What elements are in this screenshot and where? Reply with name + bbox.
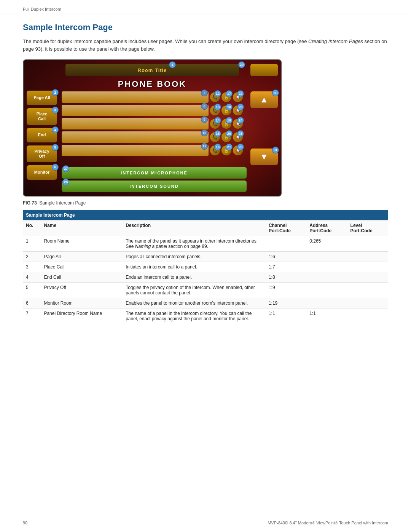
header-text: Full Duplex Intercom	[23, 7, 61, 11]
badge-20: 20	[226, 130, 233, 137]
pb-name-1: 7	[62, 91, 209, 103]
pb-row-1: 7 📞 12 🔒 17 📢 22	[62, 91, 243, 103]
badge-19: 19	[226, 117, 233, 124]
phonebook-grid: 7 📞 12 🔒 17 📢 22	[62, 91, 243, 166]
cell-no: 3	[23, 262, 41, 272]
pb-lock-2[interactable]: 🔒 18	[221, 105, 231, 115]
pb-phone-2[interactable]: 📞 13	[210, 105, 220, 115]
page-header: Full Duplex Intercom	[0, 0, 411, 13]
cell-no: 5	[23, 283, 41, 298]
footer-page-number: 90	[23, 521, 27, 525]
pb-phone-1[interactable]: 📞 12	[210, 92, 220, 102]
end-call-wrapper: 4 End	[27, 128, 57, 142]
col-channel-header: Channel Port:Code	[266, 220, 306, 236]
main-content: Sample Intercom Page The module for dupl…	[0, 13, 411, 355]
col-address-header: Address Port:Code	[306, 220, 347, 236]
room-title-bar: Room Title	[65, 64, 239, 76]
pb-row-4: 10 📞 15 🔒 20 📢 25	[62, 131, 243, 143]
left-buttons: 2 Page All 3 Place Call 4 End	[27, 91, 57, 180]
badge-14: 14	[214, 117, 221, 124]
pb-phone-5[interactable]: 📞 16	[210, 145, 220, 155]
pb-name-4: 10	[62, 131, 209, 143]
badge-10: 10	[201, 129, 208, 136]
cell-address	[306, 262, 347, 272]
pb-lock-4[interactable]: 🔒 20	[221, 132, 231, 142]
cell-no: 4	[23, 272, 41, 283]
badge-3: 3	[52, 107, 59, 113]
fig-caption: FIG 73 Sample Intercom Page	[23, 200, 388, 206]
cell-no: 6	[23, 298, 41, 308]
col-name-header: Name	[41, 220, 123, 236]
badge-8: 8	[201, 103, 208, 110]
fig-text: Sample Intercom Page	[39, 200, 86, 206]
col-desc-header: Description	[123, 220, 266, 236]
cell-name: Privacy Off	[41, 283, 123, 298]
pb-lock-1[interactable]: 🔒 17	[221, 92, 231, 102]
pb-speaker-1[interactable]: 📢 22	[233, 92, 243, 102]
pb-speaker-3[interactable]: 📢 24	[233, 119, 243, 129]
cell-desc: Ends an intercom call to a panel.	[123, 272, 266, 283]
mic-control-wrapper: 27 INTERCOM MICROPHONE	[62, 167, 247, 179]
badge-4: 4	[52, 126, 59, 133]
pb-row-2: 8 📞 13 🔒 18 📢 23	[62, 105, 243, 116]
page-footer: 90 MVP-8400i 8.4" Modero® ViewPoint® Tou…	[23, 518, 388, 525]
pb-speaker-5[interactable]: 📢 26	[233, 145, 243, 155]
cell-desc: The name of a panel in the intercom dire…	[123, 308, 266, 324]
table-row: 2 Page All Pages all connected intercom …	[23, 252, 388, 262]
monitor-wrapper: 6 Monitor	[27, 165, 57, 180]
badge-1: 1	[169, 61, 176, 68]
nav-up-wrapper: 30 ▲	[250, 91, 278, 108]
panel-diagram: 29 Room Title 1 PHONE BOOK 2 Page All 3 …	[23, 59, 282, 197]
table-row: 1 Room Name The name of the panel as it …	[23, 236, 388, 252]
badge-12: 12	[214, 90, 221, 97]
badge-6: 6	[52, 164, 59, 171]
table-header-row: Sample Intercom Page	[23, 210, 388, 220]
pb-speaker-2[interactable]: 📢 23	[233, 105, 243, 115]
cell-desc: Toggles the privacy option of the interc…	[123, 283, 266, 298]
cell-channel: 1:8	[266, 272, 306, 283]
place-call-wrapper: 3 Place Call	[27, 108, 57, 125]
cell-channel	[266, 236, 306, 252]
cell-desc: Initiates an intercom call to a panel.	[123, 262, 266, 272]
cell-address: 0:265	[306, 236, 347, 252]
badge-28: 28	[62, 179, 69, 185]
badge-5: 5	[52, 144, 59, 151]
pb-lock-3[interactable]: 🔒 19	[221, 119, 231, 129]
table-header-cell: Sample Intercom Page	[23, 210, 388, 220]
cell-name: Monitor Room	[41, 298, 123, 308]
mic-bar[interactable]: INTERCOM MICROPHONE	[62, 167, 247, 179]
pb-speaker-4[interactable]: 📢 25	[233, 132, 243, 142]
cell-level	[347, 272, 388, 283]
data-table: Sample Intercom Page No. Name Descriptio…	[23, 210, 388, 324]
pb-phone-3[interactable]: 📞 14	[210, 119, 220, 129]
cell-level	[347, 262, 388, 272]
col-no-header: No.	[23, 220, 41, 236]
cell-name: Room Name	[41, 236, 123, 252]
badge-23: 23	[237, 104, 244, 110]
col-level-header: Level Port:Code	[347, 220, 388, 236]
sound-bar[interactable]: INTERCOM SOUND	[62, 181, 247, 192]
cell-name: Place Call	[41, 262, 123, 272]
cell-level	[347, 252, 388, 262]
badge-31: 31	[272, 147, 279, 153]
nav-down-wrapper: 31 ▼	[250, 149, 278, 165]
cell-channel: 1:9	[266, 283, 306, 298]
pb-phone-4[interactable]: 📞 15	[210, 132, 220, 142]
badge-7: 7	[201, 89, 208, 96]
cell-name: Page All	[41, 252, 123, 262]
bottom-controls: 27 INTERCOM MICROPHONE 28 INTERCOM SOUND	[62, 167, 247, 192]
badge-15: 15	[214, 130, 221, 137]
badge-13: 13	[214, 104, 221, 110]
badge-22: 22	[237, 90, 244, 97]
room-title-label: Room Title	[138, 67, 167, 73]
badge-9: 9	[201, 116, 208, 123]
pb-lock-5[interactable]: 🔒 21	[221, 145, 231, 155]
right-nav: 30 ▲ 31 ▼	[250, 91, 278, 165]
page-title: Sample Intercom Page	[23, 22, 388, 32]
pb-row-3: 9 📞 14 🔒 19 📢 24	[62, 118, 243, 129]
phonebook-rows: 7 📞 12 🔒 17 📢 22	[62, 91, 243, 166]
pb-name-3: 9	[62, 118, 209, 129]
cell-name: End Call	[41, 272, 123, 283]
cell-desc: Enables the panel to monitor another roo…	[123, 298, 266, 308]
badge-18: 18	[226, 104, 233, 110]
